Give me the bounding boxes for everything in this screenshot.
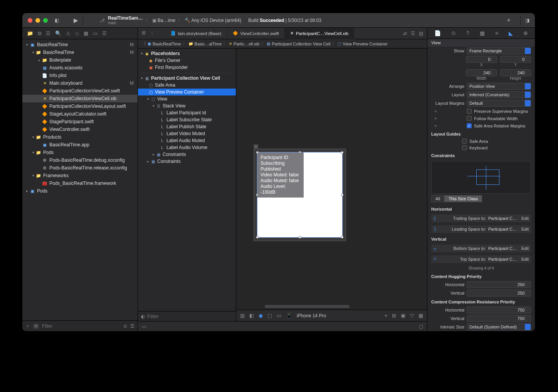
- variants-icon[interactable]: ▢: [267, 313, 272, 318]
- zoom-icon[interactable]: ⌖: [385, 313, 387, 319]
- connections-inspector-icon[interactable]: ⊕: [523, 30, 528, 36]
- file-row[interactable]: ▸▣Pods: [22, 187, 138, 195]
- file-row[interactable]: ▸📁Boilerplate: [22, 56, 138, 64]
- add-variant-button[interactable]: ＋: [434, 108, 439, 114]
- file-row[interactable]: 📄Info.plist: [22, 72, 138, 79]
- target[interactable]: ▣ Ba…ime: [152, 18, 175, 23]
- outline-item[interactable]: LLabel Subscribe State: [138, 116, 236, 123]
- file-row[interactable]: 🔶ParticipantCollectionViewLayout.swift: [22, 102, 138, 110]
- editor-tab[interactable]: 📘lain.storyboard (Base): [165, 28, 227, 39]
- file-row[interactable]: ✕ParticipantCollectionViewCell.xib: [22, 95, 138, 102]
- close-icon[interactable]: [28, 18, 32, 23]
- arrange-dropdown[interactable]: Position View: [467, 83, 531, 90]
- source-control-icon[interactable]: ⧉: [38, 30, 41, 37]
- run-button[interactable]: ▶: [74, 17, 78, 24]
- hug-vertical-field[interactable]: 250: [467, 290, 531, 297]
- y-field[interactable]: 0: [500, 56, 531, 63]
- edit-button[interactable]: Edit: [521, 227, 529, 231]
- issue-navigator-icon[interactable]: ⚠: [66, 30, 71, 36]
- project-tree[interactable]: ▾▣BasicRealTimeM ▾📁BasicRealTimeM▸📁Boile…: [22, 39, 138, 320]
- orientation-icon[interactable]: ▭: [277, 313, 281, 318]
- interface-builder-canvas[interactable]: × Participant IDSubscribingPublished Vid…: [236, 49, 427, 321]
- file-row[interactable]: 🔶ParticipantCollectionViewCell.swift: [22, 87, 138, 95]
- run-destination[interactable]: 🔨 Any iOS Device (arm64): [185, 18, 241, 23]
- outline-toggle-icon[interactable]: ▥: [240, 313, 245, 318]
- file-row[interactable]: ✕Main.storyboardM: [22, 79, 138, 87]
- size-class-segment[interactable]: AllThis Size Class: [431, 195, 531, 202]
- edit-button[interactable]: Edit: [521, 257, 529, 261]
- canvas-scene[interactable]: × Participant IDSubscribingPublished Vid…: [254, 149, 346, 241]
- history-inspector-icon[interactable]: ⊙: [451, 30, 456, 36]
- constraints-diagram[interactable]: [431, 161, 531, 194]
- outline-filter-input[interactable]: [147, 313, 233, 319]
- jump-bar[interactable]: 〈 ▣BasicRealTime〉 📁Basic…alTime〉 ✕Partic…: [138, 39, 427, 49]
- file-row[interactable]: ▾📁Frameworks: [22, 172, 138, 179]
- nav-forward-icon[interactable]: 〉: [156, 30, 161, 37]
- device-selector[interactable]: iPhone 14 Pro: [297, 313, 326, 318]
- view-preview-container[interactable]: Participant IDSubscribingPublished Video…: [257, 152, 343, 238]
- outline-item[interactable]: LLabel Audio Volume: [138, 144, 236, 151]
- zoom-icon[interactable]: [43, 18, 48, 23]
- filter-scope-icon[interactable]: ⧉: [33, 323, 39, 329]
- scheme-selector[interactable]: ⎇ RealTimeSam… main: [99, 15, 143, 25]
- device-icon[interactable]: 📱: [286, 313, 292, 318]
- comp-vertical-field[interactable]: 750: [467, 315, 531, 322]
- attributes-inspector-icon[interactable]: ≡: [495, 30, 498, 36]
- pin-icon[interactable]: ▣: [401, 313, 405, 318]
- safearea-checkbox[interactable]: ✓: [467, 123, 472, 128]
- recents-icon[interactable]: ⊙: [123, 323, 127, 329]
- filter-input[interactable]: [42, 323, 120, 329]
- file-row[interactable]: ⚙Pods-BasicRealTime.release.xcconfig: [22, 164, 138, 172]
- swap-icon[interactable]: ⇄: [403, 31, 407, 36]
- identity-inspector-icon[interactable]: ▦: [480, 30, 485, 36]
- x-field[interactable]: 0: [466, 56, 497, 63]
- file-row[interactable]: 🔶StageParticipant.swift: [22, 118, 138, 126]
- debug-navigator-icon[interactable]: ▦: [84, 30, 88, 36]
- safe-area-guide-checkbox[interactable]: [462, 139, 467, 144]
- keyboard-guide-checkbox[interactable]: [462, 145, 467, 150]
- file-row[interactable]: ▾📁BasicRealTimeM: [22, 49, 138, 56]
- console-toggle-icon[interactable]: ▢: [419, 324, 423, 329]
- close-scene-icon[interactable]: ×: [254, 144, 258, 149]
- outline-item[interactable]: LLabel Publish State: [138, 123, 236, 130]
- outline-item[interactable]: LLabel Audio Muted: [138, 137, 236, 144]
- constraint-item[interactable]: ├Leading Space to:Participant Colle…Edit: [431, 225, 531, 233]
- add-editor-icon[interactable]: ▤: [419, 31, 423, 36]
- edit-button[interactable]: Edit: [521, 216, 529, 221]
- editor-tab[interactable]: 🔶ViewController.swift: [227, 28, 285, 39]
- embed-icon[interactable]: ▦: [418, 313, 423, 318]
- help-inspector-icon[interactable]: ?: [466, 30, 469, 36]
- hug-horizontal-field[interactable]: 250: [467, 281, 531, 288]
- file-row[interactable]: ▾📁Products: [22, 133, 138, 141]
- file-row[interactable]: ▣BasicRealTime.app: [22, 141, 138, 149]
- horizontal-scrollbar[interactable]: [265, 305, 350, 308]
- add-variant-button[interactable]: ＋: [434, 116, 439, 121]
- minimize-icon[interactable]: [35, 18, 40, 23]
- find-navigator-icon[interactable]: 🔍: [55, 30, 61, 36]
- test-navigator-icon[interactable]: ◇: [75, 30, 79, 36]
- file-row[interactable]: 🧰Pods_BasicRealTime.framework: [22, 179, 138, 187]
- left-panel-toggle-icon[interactable]: ◧: [53, 17, 60, 24]
- project-navigator-icon[interactable]: 📁: [27, 30, 33, 36]
- width-field[interactable]: 240: [466, 69, 497, 76]
- intrinsic-dropdown[interactable]: Default (System Defined): [467, 323, 531, 330]
- jump-back-icon[interactable]: 〈: [142, 41, 146, 47]
- layout-dropdown[interactable]: Inferred (Constraints): [467, 91, 531, 98]
- constraint-item[interactable]: ┤Trailing Space to:Participant Colle…Edi…: [431, 214, 531, 222]
- file-inspector-icon[interactable]: 📄: [434, 30, 441, 36]
- file-row[interactable]: 🔶ViewController.swift: [22, 126, 138, 133]
- align-icon[interactable]: ⊞: [392, 313, 396, 318]
- adjust-icon[interactable]: ◧: [249, 313, 254, 318]
- file-row[interactable]: 🔶StageLayoutCalculator.swift: [22, 110, 138, 118]
- follow-checkbox[interactable]: [467, 116, 472, 121]
- scm-filter-icon[interactable]: ☰: [130, 323, 134, 329]
- file-row[interactable]: ▦Assets.xcassets: [22, 64, 138, 72]
- nav-back-icon[interactable]: 〈: [149, 30, 153, 37]
- resolve-icon[interactable]: ▽: [410, 313, 414, 318]
- editor-tab[interactable]: ✕ParticipantC…ViewCell.xib: [285, 28, 355, 39]
- document-outline[interactable]: ▾◉Placeholders ◉File's Owner ▣First Resp…: [138, 49, 236, 321]
- constraint-item[interactable]: ┬Bottom Space to:Participant Colle…Edit: [431, 245, 531, 252]
- edit-button[interactable]: Edit: [521, 246, 529, 251]
- outline-item[interactable]: LLabel Participant Id: [138, 109, 236, 116]
- preserve-checkbox[interactable]: [467, 109, 472, 114]
